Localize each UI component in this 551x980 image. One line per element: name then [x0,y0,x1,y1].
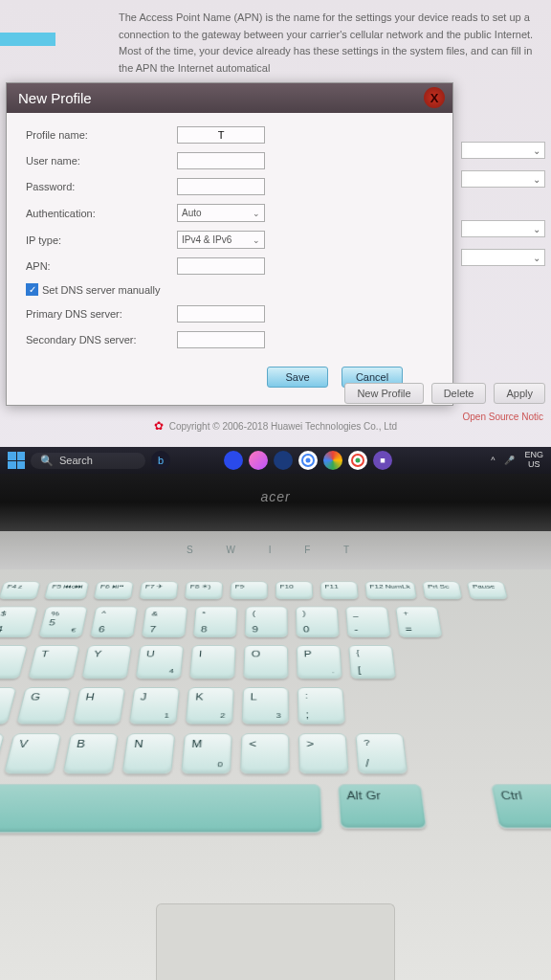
svg-point-1 [306,458,311,463]
key: V [4,733,62,773]
svg-point-3 [356,458,361,463]
primary-dns-input[interactable] [177,305,265,323]
dialog-titlebar: New Profile X [7,83,452,113]
key: += [395,607,443,637]
key: Y [81,645,132,679]
key-fn: F7 ✈ [139,582,178,600]
taskbar-chrome-icon[interactable] [348,451,367,470]
page-dropdown[interactable]: ⌄ [461,220,545,237]
copyright-text: ✿ Copyright © 2006-2018 Huawei Technolog… [0,419,551,433]
laptop-keyboard: F4 zF5 ⏮▢⏭F6 ⏯▭F7 ✈F8 ☀)F9F10F11F12 NumL… [0,569,551,980]
new-profile-button[interactable]: New Profile [344,383,423,404]
dialog-body: Profile name: User name: Password: Authe… [7,113,452,405]
key: O [243,645,288,679]
new-profile-dialog: New Profile X Profile name: User name: P… [6,82,453,406]
check-icon: ✓ [29,284,36,295]
tray-mic-icon[interactable]: 🎤 [504,456,515,465]
key: (9 [245,607,288,637]
profile-name-input[interactable] [177,126,265,144]
key: ?/ [355,733,408,773]
ip-type-select[interactable]: IPv4 & IPv6 ⌄ [177,231,265,249]
chevron-down-icon: ⌄ [533,174,540,185]
taskbar-app-icon[interactable] [224,451,243,470]
key: B [63,733,119,773]
chevron-down-icon: ⌄ [253,235,260,245]
chevron-down-icon: ⌄ [533,224,540,234]
delete-button[interactable]: Delete [431,383,487,404]
dialog-title-text: New Profile [18,90,92,106]
tray-chevron-icon[interactable]: ^ [491,456,495,465]
authentication-select[interactable]: Auto ⌄ [177,204,265,222]
laptop-bezel: acer [0,474,551,531]
apn-input[interactable] [177,257,265,275]
taskbar-app-icon[interactable] [249,451,268,470]
profile-name-label: Profile name: [26,129,177,141]
user-name-input[interactable] [177,152,265,169]
key: :; [298,687,345,724]
region-indicator: US [524,460,543,470]
secondary-dns-input[interactable] [177,331,265,348]
taskbar-app-icon[interactable] [323,451,342,470]
dns-manual-label: Set DNS server manually [42,284,161,296]
key: J1 [129,687,180,724]
save-button[interactable]: Save [267,367,328,388]
taskbar-bing-icon[interactable]: b [151,451,170,470]
taskbar-chrome-icon[interactable] [298,451,318,470]
laptop-hinge: S W I F T [0,531,551,569]
key: F [0,687,17,724]
key-fn: F6 ⏯▭ [93,582,133,600]
key: M0 [181,733,232,773]
key-fn: F5 ⏮▢⏭ [44,582,89,600]
key: &7 [142,607,187,637]
key-fn: F11 [320,582,358,600]
key: )0 [296,607,340,637]
ip-type-label: IP type: [26,234,177,246]
taskbar-app-icon[interactable]: ■ [373,451,392,470]
close-icon: X [430,91,439,105]
taskbar-app-icon[interactable] [274,451,293,470]
key-space [0,784,323,833]
key: *8 [193,607,238,637]
key-fn: F4 z [0,582,41,600]
key: %5€ [38,607,88,637]
sidebar-highlight [0,33,55,46]
apply-button[interactable]: Apply [494,383,545,404]
key-fn: Pause [467,582,508,600]
chevron-down-icon: ⌄ [533,253,540,263]
start-button[interactable] [8,452,25,469]
huawei-logo-icon: ✿ [154,419,164,433]
screen-area: The Access Point Name (APN) is the name … [0,0,551,474]
key: R [0,645,28,679]
key-fn: F10 [276,582,313,600]
key-fn: F9 [230,582,267,600]
key-fn: F8 ☀) [184,582,222,600]
key: {[ [348,645,396,679]
page-dropdown[interactable]: ⌄ [461,142,545,159]
authentication-label: Authentication: [26,208,177,219]
key: > [298,733,349,773]
key: U4 [136,645,185,679]
key: P. [297,645,342,679]
page-dropdown[interactable]: ⌄ [461,170,545,188]
search-icon: 🔍 [40,455,54,467]
page-selects: ⌄ ⌄ ⌄ ⌄ [461,142,545,278]
chevron-down-icon: ⌄ [533,145,540,156]
taskbar-search[interactable]: 🔍 Search [31,453,145,469]
key: ^6 [90,607,138,637]
page-dropdown[interactable]: ⌄ [461,249,545,266]
key: K2 [186,687,234,724]
windows-taskbar: 🔍 Search b ■ ^ 🎤 ENG US [0,447,551,474]
password-label: Password: [26,181,177,192]
password-input[interactable] [177,178,265,195]
dialog-close-button[interactable]: X [424,87,445,108]
key: I [189,645,236,679]
key-altgr: Alt Gr [338,784,428,829]
key: H [73,687,125,724]
page-description: The Access Point Name (APN) is the name … [0,0,551,77]
key-fn: F12 NumLk [364,582,417,600]
user-name-label: User name: [26,155,177,167]
primary-dns-label: Primary DNS server: [26,308,177,320]
dns-manual-checkbox[interactable]: ✓ [26,283,38,296]
key: N [121,733,175,773]
key-ctrl: Ctrl▦ [491,784,551,829]
